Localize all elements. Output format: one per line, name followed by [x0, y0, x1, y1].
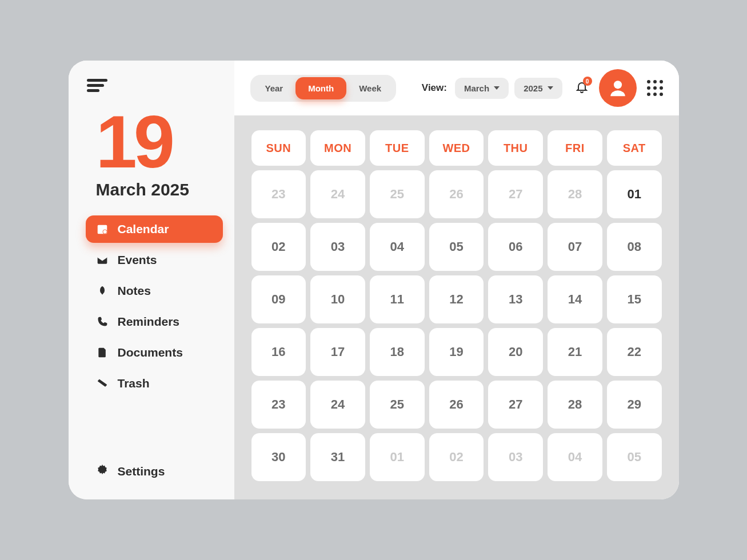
rocket-icon — [96, 285, 109, 297]
day-cell[interactable]: 28 — [548, 381, 602, 429]
calendar-icon — [96, 223, 109, 235]
year-dropdown-value: 2025 — [524, 83, 542, 93]
notification-badge: 0 — [583, 77, 592, 86]
sidebar-item-calendar[interactable]: Calendar — [86, 215, 223, 243]
sidebar: 19 March 2025 Calendar Events Notes — [69, 61, 234, 499]
day-cell[interactable]: 03 — [310, 223, 365, 271]
day-cell[interactable]: 06 — [488, 223, 543, 271]
day-cell[interactable]: 09 — [251, 275, 306, 323]
day-cell[interactable]: 05 — [429, 223, 484, 271]
day-cell[interactable]: 23 — [251, 170, 306, 218]
day-cell[interactable]: 23 — [251, 381, 306, 429]
today-month-year: March 2025 — [96, 180, 223, 199]
day-cell[interactable]: 30 — [251, 433, 306, 481]
sidebar-item-label: Notes — [118, 284, 151, 298]
trash-icon — [96, 377, 109, 390]
day-cell[interactable]: 04 — [548, 433, 602, 481]
day-cell[interactable]: 25 — [370, 170, 425, 218]
today-day-number: 19 — [96, 105, 223, 179]
notifications-button[interactable]: 0 — [575, 80, 589, 96]
day-cell[interactable]: 26 — [429, 381, 484, 429]
day-header: SUN — [251, 130, 306, 166]
sidebar-item-documents[interactable]: Documents — [86, 339, 223, 366]
day-header: WED — [429, 130, 484, 166]
month-dropdown-value: March — [464, 83, 489, 93]
mail-icon — [96, 254, 109, 266]
day-cell[interactable]: 25 — [370, 381, 425, 429]
day-cell[interactable]: 03 — [488, 433, 543, 481]
segment-month[interactable]: Month — [295, 77, 346, 99]
month-dropdown[interactable]: March — [455, 78, 509, 99]
day-cell[interactable]: 24 — [310, 381, 365, 429]
sidebar-item-events[interactable]: Events — [86, 246, 223, 274]
day-header: TUE — [370, 130, 425, 166]
phone-icon — [96, 315, 109, 328]
day-cell[interactable]: 27 — [488, 381, 543, 429]
calendar-grid: SUNMONTUEWEDTHUFRISAT2324252627280102030… — [251, 130, 662, 481]
day-cell[interactable]: 02 — [429, 433, 484, 481]
view-label: View: — [422, 82, 447, 94]
main-panel: Year Month Week View: March 2025 0 — [234, 61, 679, 499]
day-header: MON — [310, 130, 365, 166]
day-cell[interactable]: 05 — [607, 433, 662, 481]
day-cell[interactable]: 21 — [548, 328, 602, 376]
day-cell[interactable]: 24 — [310, 170, 365, 218]
sidebar-item-notes[interactable]: Notes — [86, 277, 223, 305]
topbar: Year Month Week View: March 2025 0 — [234, 61, 679, 115]
user-icon — [608, 78, 628, 98]
day-cell[interactable]: 19 — [429, 328, 484, 376]
day-cell[interactable]: 13 — [488, 275, 543, 323]
day-cell[interactable]: 18 — [370, 328, 425, 376]
day-cell[interactable]: 15 — [607, 275, 662, 323]
segment-week[interactable]: Week — [346, 77, 394, 99]
sidebar-item-label: Calendar — [118, 222, 169, 236]
day-cell[interactable]: 14 — [548, 275, 602, 323]
day-cell[interactable]: 10 — [310, 275, 365, 323]
svg-point-2 — [102, 230, 106, 234]
sidebar-item-label: Reminders — [118, 315, 180, 329]
day-cell[interactable]: 12 — [429, 275, 484, 323]
view-selectors: View: March 2025 — [422, 78, 562, 99]
day-cell[interactable]: 07 — [548, 223, 602, 271]
sidebar-item-trash[interactable]: Trash — [86, 370, 223, 397]
topbar-right: 0 — [575, 69, 663, 107]
sidebar-item-label: Documents — [118, 346, 183, 359]
app-window: 19 March 2025 Calendar Events Notes — [69, 61, 679, 499]
day-cell[interactable]: 16 — [251, 328, 306, 376]
sidebar-item-label: Trash — [118, 377, 150, 390]
day-header: THU — [488, 130, 543, 166]
menu-icon[interactable] — [87, 77, 107, 94]
day-cell[interactable]: 20 — [488, 328, 543, 376]
sidebar-item-label: Events — [118, 253, 157, 267]
day-cell[interactable]: 17 — [310, 328, 365, 376]
day-header: FRI — [548, 130, 602, 166]
day-cell[interactable]: 01 — [607, 170, 662, 218]
calendar-area: SUNMONTUEWEDTHUFRISAT2324252627280102030… — [234, 115, 679, 499]
view-range-segmented: Year Month Week — [250, 75, 397, 102]
day-cell[interactable]: 01 — [370, 433, 425, 481]
chevron-down-icon — [548, 86, 553, 90]
day-cell[interactable]: 04 — [370, 223, 425, 271]
apps-grid-icon[interactable] — [647, 80, 663, 96]
sidebar-item-settings[interactable]: Settings — [86, 457, 223, 486]
day-cell[interactable]: 26 — [429, 170, 484, 218]
year-dropdown[interactable]: 2025 — [514, 78, 562, 99]
gear-icon — [96, 463, 109, 479]
day-cell[interactable]: 02 — [251, 223, 306, 271]
segment-year[interactable]: Year — [253, 77, 296, 99]
day-cell[interactable]: 28 — [548, 170, 602, 218]
settings-label: Settings — [118, 465, 165, 478]
day-cell[interactable]: 11 — [370, 275, 425, 323]
day-cell[interactable]: 27 — [488, 170, 543, 218]
day-cell[interactable]: 29 — [607, 381, 662, 429]
document-icon — [96, 346, 109, 359]
avatar[interactable] — [599, 69, 637, 107]
svg-point-3 — [613, 81, 621, 89]
day-cell[interactable]: 08 — [607, 223, 662, 271]
chevron-down-icon — [494, 86, 500, 90]
day-header: SAT — [607, 130, 662, 166]
sidebar-nav: Calendar Events Notes Reminders — [86, 215, 223, 457]
day-cell[interactable]: 22 — [607, 328, 662, 376]
day-cell[interactable]: 31 — [310, 433, 365, 481]
sidebar-item-reminders[interactable]: Reminders — [86, 308, 223, 335]
